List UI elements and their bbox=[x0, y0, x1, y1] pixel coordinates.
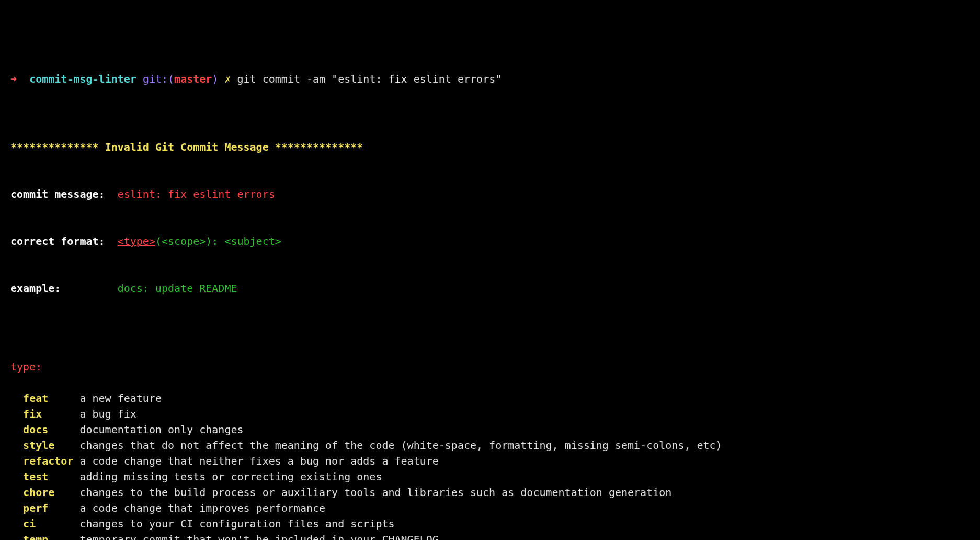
type-row: perfa code change that improves performa… bbox=[10, 500, 970, 516]
banner-stars-right: ************** bbox=[275, 141, 363, 153]
type-list: feata new feature fixa bug fix docsdocum… bbox=[10, 390, 970, 540]
git-branch: master bbox=[174, 73, 212, 85]
correct-format-row: correct format: <type>(<scope>): <subjec… bbox=[10, 233, 970, 249]
type-row: temptemporary commit that won't be inclu… bbox=[10, 532, 970, 540]
banner-stars-left: ************** bbox=[10, 141, 99, 153]
type-name: feat bbox=[23, 390, 79, 406]
example-row: example: docs: update README bbox=[10, 280, 970, 296]
example-label: example: bbox=[10, 280, 111, 296]
format-type-token: <type> bbox=[118, 235, 155, 248]
type-name: temp bbox=[23, 532, 79, 540]
type-row: testadding missing tests or correcting e… bbox=[10, 469, 970, 485]
type-description: a code change that neither fixes a bug n… bbox=[79, 455, 438, 467]
type-name: ci bbox=[23, 516, 79, 532]
type-description: changes to the build process or auxiliar… bbox=[79, 486, 671, 499]
type-row: cichanges to your CI configuration files… bbox=[10, 516, 970, 532]
type-section: type: feata new feature fixa bug fix doc… bbox=[10, 343, 970, 540]
type-description: changes that do not affect the meaning o… bbox=[79, 439, 722, 452]
type-name: fix bbox=[23, 406, 79, 422]
type-description: documentation only changes bbox=[79, 423, 243, 436]
type-header: type: bbox=[10, 359, 970, 375]
commit-message-label: commit message: bbox=[10, 186, 111, 202]
type-name: test bbox=[23, 469, 79, 485]
type-description: changes to your CI configuration files a… bbox=[79, 518, 394, 530]
type-description: a new feature bbox=[79, 392, 162, 404]
type-row: fixa bug fix bbox=[10, 406, 970, 422]
prompt-arrow-icon: ➜ bbox=[10, 73, 17, 85]
command-text[interactable]: git commit -am "eslint: fix eslint error… bbox=[237, 73, 502, 85]
type-row: chorechanges to the build process or aux… bbox=[10, 485, 970, 500]
prompt-directory: commit-msg-linter bbox=[29, 73, 136, 85]
type-row: docsdocumentation only changes bbox=[10, 422, 970, 437]
type-description: adding missing tests or correcting exist… bbox=[79, 470, 382, 483]
git-dirty-icon: ✗ bbox=[224, 73, 231, 85]
type-description: temporary commit that won't be included … bbox=[79, 533, 438, 540]
git-prefix: git:( bbox=[143, 73, 174, 85]
type-name: chore bbox=[23, 485, 79, 500]
type-row: feata new feature bbox=[10, 390, 970, 406]
example-value: docs: update README bbox=[118, 282, 237, 295]
type-description: a bug fix bbox=[79, 408, 136, 420]
type-description: a code change that improves performance bbox=[79, 502, 325, 514]
git-suffix: ) bbox=[212, 73, 218, 85]
type-row: stylechanges that do not affect the mean… bbox=[10, 437, 970, 453]
format-rest: (<scope>): <subject> bbox=[155, 235, 281, 248]
error-banner: ************** Invalid Git Commit Messag… bbox=[10, 139, 970, 155]
type-name: perf bbox=[23, 500, 79, 516]
shell-prompt: ➜ commit-msg-linter git:(master) ✗ git c… bbox=[10, 71, 970, 87]
type-name: refactor bbox=[23, 453, 79, 469]
type-name: style bbox=[23, 437, 79, 453]
type-name: docs bbox=[23, 422, 79, 437]
commit-message-value: eslint: fix eslint errors bbox=[118, 188, 275, 200]
commit-message-row: commit message: eslint: fix eslint error… bbox=[10, 186, 970, 202]
correct-format-label: correct format: bbox=[10, 233, 111, 249]
type-row: refactora code change that neither fixes… bbox=[10, 453, 970, 469]
banner-title: Invalid Git Commit Message bbox=[105, 141, 269, 153]
